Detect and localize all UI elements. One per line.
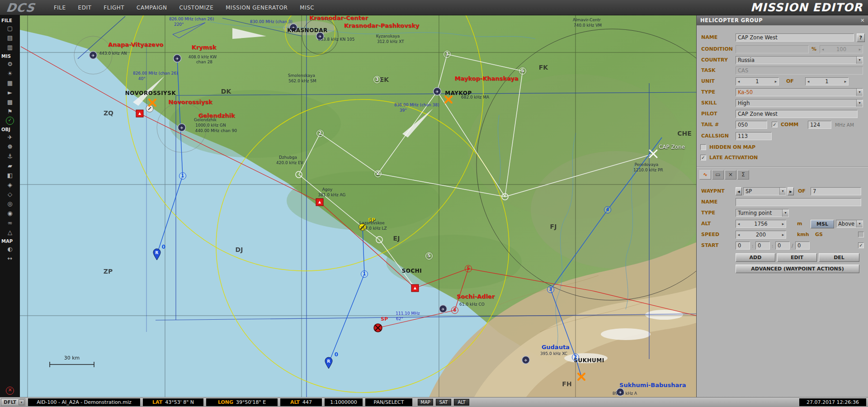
group-name-input[interactable]: CAP Zone West	[736, 33, 854, 42]
chevron-down-icon[interactable]: ▾	[856, 220, 863, 227]
spin-left-icon[interactable]: ◂	[736, 232, 741, 237]
country-dropdown[interactable]: Russia ▾	[736, 56, 863, 64]
briefing-icon[interactable]: ▦	[5, 79, 15, 87]
tab-waypoints[interactable]: ∿	[699, 170, 711, 180]
speed-value[interactable]: 200	[741, 232, 780, 238]
menu-mission-generator[interactable]: MISSION GENERATOR	[226, 5, 288, 11]
add-template-icon[interactable]: ◈	[5, 180, 15, 189]
late-activation-checkbox[interactable]: ✓	[700, 155, 706, 161]
mission-options-icon[interactable]: ⚙	[5, 60, 15, 68]
airport-icon-sukhumi[interactable]: ✈	[617, 388, 624, 396]
add-trigger-zone-icon[interactable]: ◎	[5, 199, 15, 208]
add-nav-point-icon[interactable]: △	[5, 228, 15, 237]
chevron-down-icon[interactable]: ▾	[782, 209, 788, 217]
save-mission-icon[interactable]: ▥	[5, 43, 15, 52]
enemy-unit-marker[interactable]	[136, 110, 143, 117]
waypoint-type-dropdown[interactable]: Turning point ▾	[736, 209, 789, 217]
airport-icon-krasnodar-center[interactable]: ✈	[290, 24, 297, 32]
pilot-name-input[interactable]: CAP Zone West	[736, 110, 858, 118]
callsign-input[interactable]: 113	[736, 132, 772, 140]
spin-right-icon[interactable]: ▸	[773, 79, 778, 84]
new-mission-icon[interactable]: ▢	[5, 24, 15, 33]
tab-summary[interactable]: Σ	[737, 170, 749, 180]
comm-checkbox[interactable]: ✓	[772, 122, 778, 128]
tab-payload[interactable]: ×	[725, 170, 736, 180]
menu-customize[interactable]: CUSTOMIZE	[179, 5, 214, 11]
exit-editor-icon[interactable]: ✕	[6, 387, 14, 395]
airport-icon-gelendzhik[interactable]: ✈	[178, 124, 186, 132]
waypoint-total-input[interactable]: 7	[811, 187, 861, 195]
help-button[interactable]: ?	[857, 33, 865, 42]
chevron-down-icon[interactable]: ▾	[856, 89, 863, 96]
tab-triggered-actions[interactable]: ▭	[712, 170, 724, 180]
altitude-spinner[interactable]: ◂ 1756 ▸	[736, 220, 786, 228]
edit-waypoint-button[interactable]: EDIT	[777, 253, 817, 262]
add-helicopter-icon[interactable]: ☸	[5, 142, 15, 151]
chevron-down-icon[interactable]: ▾	[779, 188, 786, 195]
start-minutes-input[interactable]: 0	[775, 241, 790, 250]
resources-icon[interactable]: ▩	[5, 98, 15, 106]
menu-file[interactable]: FILE	[54, 5, 66, 11]
airport-icon-anapa[interactable]: ✈	[90, 52, 97, 59]
weather-icon[interactable]: ☀	[5, 69, 15, 78]
start-seconds-input[interactable]: 0	[795, 241, 810, 250]
hidden-on-map-checkbox[interactable]	[700, 144, 706, 150]
chevron-down-icon[interactable]: ▾	[856, 57, 863, 64]
airport-icon-krasnodar-pashkovsky[interactable]: ✈	[316, 33, 324, 40]
add-airplane-icon[interactable]: ✈	[5, 133, 15, 142]
add-vehicle-icon[interactable]: ▰	[5, 161, 15, 170]
spin-left-icon[interactable]: ◂	[736, 222, 741, 226]
chevron-down-icon[interactable]: ▾	[856, 99, 863, 107]
waypoint-next-button[interactable]: ▸	[788, 187, 794, 195]
spin-right-icon[interactable]: ▸	[780, 222, 786, 226]
del-waypoint-button[interactable]: DEL	[819, 253, 859, 262]
comm-frequency-input[interactable]: 124	[808, 121, 831, 129]
helicopter-group-marker[interactable]	[374, 324, 382, 332]
add-static-object-icon[interactable]: ◧	[5, 171, 15, 180]
open-mission-icon[interactable]: ▤	[5, 33, 15, 42]
airport-icon-krymsk[interactable]: ✈	[174, 55, 181, 62]
aircraft-type-dropdown[interactable]: Ka-50 ▾	[736, 88, 863, 96]
menu-misc[interactable]: MISC	[300, 5, 314, 11]
unit-number-spinner[interactable]: ◂ 1 ▸	[736, 77, 779, 85]
menu-flight[interactable]: FLIGHT	[104, 5, 124, 11]
close-icon[interactable]: ✕	[859, 15, 866, 25]
unit-total-value[interactable]: 1	[811, 78, 843, 85]
menu-edit[interactable]: EDIT	[78, 5, 92, 11]
layer-select-dropdown[interactable]: DFLT ▾	[1, 398, 25, 406]
waypoint-select-dropdown[interactable]: SP ▾	[743, 187, 786, 195]
map-layer-button[interactable]: MAP	[418, 399, 433, 406]
advanced-waypoint-actions-button[interactable]: ADVANCED (WAYPOINT ACTIONS)	[736, 265, 859, 273]
altitude-mode-dropdown[interactable]: Above ▾	[836, 220, 863, 228]
map-viewport[interactable]: ✈ ✈ ✈ ✈ ✈ ✈ ✈ ✈ ✈ R R Krasnodar-CenterKr…	[20, 15, 696, 397]
waypoint-prev-button[interactable]: ◂	[736, 187, 742, 195]
add-initial-point-icon[interactable]: ∞	[5, 218, 15, 227]
tail-number-input[interactable]: 050	[736, 121, 767, 129]
spin-right-icon[interactable]: ▸	[843, 79, 848, 84]
map-canvas[interactable]: ✈ ✈ ✈ ✈ ✈ ✈ ✈ ✈ ✈ R R	[20, 15, 696, 397]
enemy-unit-marker[interactable]	[411, 284, 419, 292]
add-farp-icon[interactable]: ◇	[5, 190, 15, 199]
airport-icon-maykop[interactable]: ✈	[434, 88, 441, 95]
unit-number-value[interactable]: 1	[741, 78, 773, 85]
start-point-marker[interactable]	[359, 223, 366, 231]
spin-left-icon[interactable]: ◂	[736, 79, 741, 84]
airport-icon-sochi-adler[interactable]: ✈	[439, 305, 447, 313]
start-hours-input[interactable]: 0	[755, 241, 770, 250]
validate-mission-icon[interactable]: ✓	[6, 117, 14, 125]
add-waypoint-button[interactable]: ADD	[736, 253, 775, 262]
goals-icon[interactable]: ⚑	[5, 107, 15, 116]
airport-icon-gudauta[interactable]: ✈	[522, 356, 530, 364]
menu-campaign[interactable]: CAMPAIGN	[137, 5, 167, 11]
spin-right-icon[interactable]: ▸	[780, 232, 786, 237]
add-bullseye-icon[interactable]: ◉	[5, 209, 15, 218]
enemy-unit-marker[interactable]	[316, 199, 323, 206]
spin-left-icon[interactable]: ◂	[806, 79, 811, 84]
start-days-input[interactable]: 0	[736, 241, 750, 250]
sat-layer-button[interactable]: SAT	[436, 399, 451, 406]
altitude-value[interactable]: 1756	[741, 221, 780, 227]
waypoint-name-input[interactable]	[736, 198, 861, 206]
unit-total-spinner[interactable]: ◂ 1 ▸	[805, 77, 849, 85]
distance-tool-icon[interactable]: ↔	[5, 254, 15, 263]
skill-dropdown[interactable]: High ▾	[736, 99, 863, 107]
